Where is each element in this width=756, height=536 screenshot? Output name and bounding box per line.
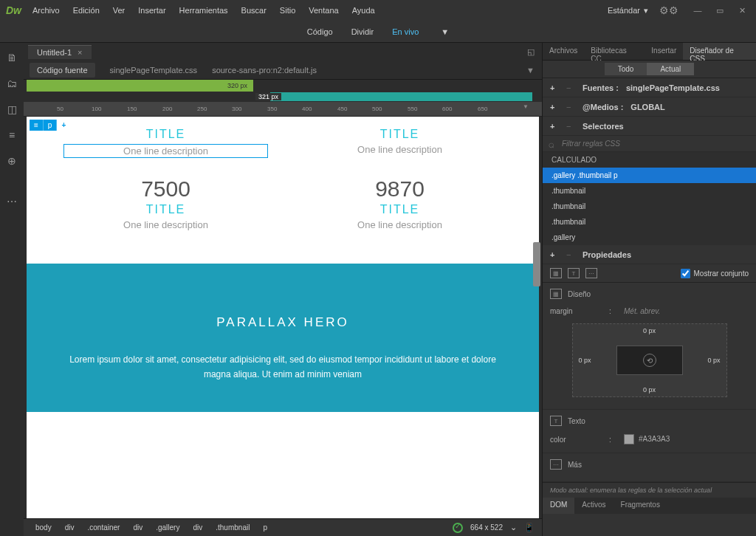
tab-bibliotecas[interactable]: Bibliotecas CC	[584, 43, 645, 60]
device-preview-icon[interactable]: 📱	[524, 523, 535, 532]
filter-selectors-input[interactable]	[543, 136, 756, 151]
thumbnail-tile[interactable]: 7500 TITLE One line description	[49, 162, 283, 234]
selector-item[interactable]: .thumbnail	[543, 214, 756, 230]
horizontal-ruler[interactable]: 50 100 150 200 250 300 350 400 450 500 5…	[24, 102, 542, 117]
layout-category-icon[interactable]: ▦	[550, 268, 562, 278]
menu-window[interactable]: Ventana	[309, 6, 338, 15]
tab-archivos[interactable]: Archivos	[543, 43, 584, 60]
maximize-button[interactable]: ▭	[712, 4, 728, 16]
remove-selector-button[interactable]: −	[566, 122, 575, 131]
view-live[interactable]: En vivo	[392, 27, 419, 36]
ruler-tick: 250	[197, 106, 207, 112]
source-code-button[interactable]: Código fuente	[30, 63, 95, 78]
more-tool-icon[interactable]: ⋯	[4, 194, 19, 209]
color-swatch[interactable]	[624, 434, 634, 444]
breadcrumb-container[interactable]: .container	[81, 522, 126, 533]
chevron-down-icon[interactable]: ⌄	[510, 523, 517, 532]
tile-number: 9870	[298, 176, 502, 202]
view-dropdown[interactable]: ▼	[441, 27, 449, 36]
margin-left-value[interactable]: 0 px	[579, 357, 591, 364]
breadcrumb-div[interactable]: div	[127, 522, 148, 533]
add-media-button[interactable]: +	[550, 103, 559, 111]
margin-bottom-value[interactable]: 0 px	[643, 386, 656, 394]
view-split[interactable]: Dividir	[351, 27, 374, 36]
align-tool-icon[interactable]: ≡	[4, 128, 19, 142]
subtab-actual[interactable]: Actual	[647, 63, 694, 75]
thumbnail-tile[interactable]: 9870 TITLE One line description	[283, 162, 517, 234]
thumbnail-tile[interactable]: TITLE One line description	[49, 124, 283, 162]
subtab-todo[interactable]: Todo	[605, 63, 647, 75]
menu-find[interactable]: Buscar	[241, 6, 267, 15]
ruler-handle-icon[interactable]: ▼	[523, 103, 529, 110]
add-element-icon[interactable]: +	[57, 120, 71, 131]
add-source-button[interactable]: +	[550, 83, 559, 92]
thumbnail-tile[interactable]: TITLE One line description	[283, 124, 517, 162]
tab-insertar[interactable]: Insertar	[645, 43, 683, 60]
status-ok-icon[interactable]	[453, 523, 463, 533]
margin-shorthand-hint[interactable]: Mét. abrev.	[624, 307, 749, 315]
breadcrumb-p[interactable]: p	[257, 522, 273, 533]
element-badge[interactable]: ≡ p +	[30, 120, 71, 131]
remove-property-button[interactable]: −	[566, 250, 575, 259]
viewport-size[interactable]: 664 x 522	[470, 523, 503, 532]
close-button[interactable]: ✕	[734, 4, 750, 16]
breadcrumb-div[interactable]: div	[187, 522, 208, 533]
live-preview-canvas[interactable]: ≡ p + TITLE One line description TITLE O…	[27, 117, 539, 518]
remove-media-button[interactable]: −	[566, 103, 575, 111]
menu-help[interactable]: Ayuda	[352, 6, 375, 15]
menu-file[interactable]: Archivo	[32, 6, 60, 15]
sync-settings-icon[interactable]: ⚙⚙	[659, 4, 678, 16]
view-code[interactable]: Código	[307, 27, 333, 36]
related-css-file[interactable]: singlePageTemplate.css	[110, 66, 198, 75]
hero-section[interactable]: PARALLAX HERO Lorem ipsum dolor sit amet…	[27, 264, 539, 412]
media-value[interactable]: GLOBAL	[630, 103, 664, 111]
text-category-icon[interactable]: T	[568, 268, 580, 278]
tab-fragmentos[interactable]: Fragmentos	[614, 498, 667, 514]
close-tab-icon[interactable]: ×	[78, 48, 82, 57]
menu-insert[interactable]: Insertar	[138, 6, 165, 15]
selector-item[interactable]: .gallery	[543, 230, 756, 245]
hamburger-icon[interactable]: ≡	[30, 120, 44, 131]
expand-tool-icon[interactable]: ⊕	[4, 154, 19, 168]
menu-view[interactable]: Ver	[113, 6, 126, 15]
media-query-bar-321[interactable]: 321 px	[270, 92, 532, 101]
more-category-icon[interactable]: ⋯	[585, 268, 597, 278]
funnel-icon[interactable]: ▼	[526, 66, 535, 75]
add-property-button[interactable]: +	[550, 250, 559, 259]
popout-icon[interactable]: ◱	[527, 47, 535, 57]
menu-tools[interactable]: Herramientas	[179, 6, 228, 15]
manage-tool-icon[interactable]: 🗂	[4, 76, 19, 91]
selector-computed[interactable]: CALCULADO	[543, 152, 756, 168]
file-tool-icon[interactable]: 🗎	[4, 50, 19, 65]
minimize-button[interactable]: —	[690, 4, 706, 16]
breadcrumb-div[interactable]: div	[59, 522, 80, 533]
add-selector-button[interactable]: +	[550, 122, 559, 131]
link-values-icon[interactable]: ⟲	[643, 354, 656, 367]
media-query-bar-320[interactable]: 320 px	[27, 80, 253, 92]
hero-body: Lorem ipsum dolor sit amet, consectetur …	[63, 352, 502, 382]
code-tool-icon[interactable]: ◫	[4, 102, 19, 117]
vertical-scrollbar[interactable]	[533, 242, 540, 286]
breadcrumb-thumbnail[interactable]: .thumbnail	[210, 522, 255, 533]
box-model-editor[interactable]: 0 px 0 px 0 px 0 px ⟲	[572, 323, 727, 397]
remove-source-button[interactable]: −	[566, 83, 575, 92]
workspace-selector[interactable]: Estándar ▾	[608, 6, 648, 16]
related-js-file[interactable]: source-sans-pro:n2:default.js	[212, 66, 317, 75]
selector-item[interactable]: .thumbnail	[543, 183, 756, 199]
breadcrumb-body[interactable]: body	[30, 522, 58, 533]
selector-active[interactable]: .gallery .thumbnail p	[543, 168, 756, 183]
menu-site[interactable]: Sitio	[280, 6, 295, 15]
margin-right-value[interactable]: 0 px	[707, 357, 720, 364]
document-tab[interactable]: Untitled-1 ×	[28, 45, 92, 59]
show-set-checkbox[interactable]: Mostrar conjunto	[681, 269, 749, 278]
breadcrumb-gallery[interactable]: .gallery	[150, 522, 185, 533]
sources-value[interactable]: singlePageTemplate.css	[626, 83, 720, 92]
ruler-tick: 400	[302, 106, 312, 112]
color-value[interactable]: #A3A3A3	[624, 434, 670, 444]
menu-edit[interactable]: Edición	[73, 6, 100, 15]
margin-top-value[interactable]: 0 px	[643, 327, 656, 334]
tab-dom[interactable]: DOM	[543, 498, 574, 514]
tab-activos[interactable]: Activos	[574, 498, 613, 514]
tab-css-designer[interactable]: Diseñador de CSS	[683, 43, 756, 60]
selector-item[interactable]: .thumbnail	[543, 199, 756, 214]
